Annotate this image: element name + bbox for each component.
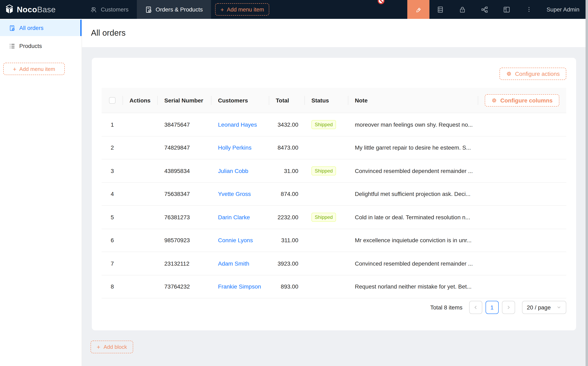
configure-columns-button[interactable]: Configure columns xyxy=(485,94,559,106)
user-menu[interactable]: Super Admin xyxy=(547,6,579,13)
table-row[interactable]: 7 23132112 Adam Smith 3923.00 Convinced … xyxy=(102,252,566,275)
row-serial-cell: 38475647 xyxy=(158,121,211,128)
order-check-icon xyxy=(9,25,15,31)
nocobase-cube-icon xyxy=(4,4,15,15)
highlighter-icon xyxy=(415,6,422,13)
row-customer-cell: Leonard Hayes xyxy=(211,121,269,128)
gear-icon xyxy=(491,97,497,103)
more-actions-button[interactable] xyxy=(518,0,540,19)
topnav-add-menu-item-button[interactable]: + Add menu item xyxy=(215,3,269,15)
unordered-list-icon xyxy=(9,43,15,49)
ui-editor-button[interactable] xyxy=(407,0,430,19)
sidebar: All orders Products + Add menu item xyxy=(0,19,82,366)
page-title: All orders xyxy=(91,19,126,47)
team-icon xyxy=(90,6,97,13)
row-total-cell: 3432.00 xyxy=(269,121,305,128)
layout-switch-button[interactable] xyxy=(496,0,518,19)
row-total-cell: 893.00 xyxy=(269,283,305,290)
row-total-cell: 874.00 xyxy=(269,191,305,197)
table-row[interactable]: 6 98570923 Connie Lyons 311.00 Mr excell… xyxy=(102,229,566,252)
table-row[interactable]: 5 76381273 Darin Clarke 2232.00 Shipped … xyxy=(102,206,566,229)
customer-link[interactable]: Adam Smith xyxy=(218,260,249,267)
customer-link[interactable]: Julian Cobb xyxy=(218,168,248,174)
row-customer-cell: Adam Smith xyxy=(211,260,269,267)
column-header-customers[interactable]: Customers xyxy=(211,88,269,113)
row-index-cell: 6 xyxy=(102,237,123,244)
table-row[interactable]: 1 38475647 Leonard Hayes 3432.00 Shipped… xyxy=(102,113,566,136)
row-total-cell: 8473.00 xyxy=(269,145,305,151)
sidebar-item-label: All orders xyxy=(19,25,43,31)
sidebar-item-all-orders[interactable]: All orders xyxy=(0,20,82,36)
select-all-checkbox[interactable] xyxy=(109,97,116,104)
customer-link[interactable]: Holly Perkins xyxy=(218,145,251,151)
row-total-cell: 311.00 xyxy=(269,237,305,244)
header-spacer xyxy=(269,0,407,19)
more-vertical-icon xyxy=(526,6,532,13)
add-block-button[interactable]: + Add block xyxy=(90,341,133,353)
brand-logo[interactable]: NocoBase xyxy=(0,0,82,19)
note-text: Cold in late or deal. Terminated resolut… xyxy=(355,214,470,221)
row-index-cell: 3 xyxy=(102,168,123,174)
plus-icon: + xyxy=(220,6,224,13)
note-text: Delightful met sufficient projection ask… xyxy=(355,191,470,197)
pagination-next-button[interactable] xyxy=(502,301,515,314)
chevron-right-icon xyxy=(506,305,511,310)
row-customer-cell: Frankie Simpson xyxy=(211,283,269,290)
plus-icon: + xyxy=(97,344,100,350)
column-header-total[interactable]: Total xyxy=(269,88,305,113)
top-header: NocoBase Customers Orders & Products + A… xyxy=(0,0,588,19)
orders-table: Actions Serial Number Customers Total St… xyxy=(102,88,566,314)
topnav-add-menu-item-label: Add menu item xyxy=(227,6,264,13)
row-index-cell: 4 xyxy=(102,191,123,197)
row-note-cell: Mr excellence inquietude conviction is i… xyxy=(348,237,478,244)
vertical-scrollbar[interactable] xyxy=(586,0,588,366)
row-note-cell: Convinced resembled dependent remainder … xyxy=(348,260,478,267)
sidebar-item-products[interactable]: Products xyxy=(0,38,82,54)
row-serial-cell: 98570923 xyxy=(158,237,211,244)
topnav-item-customers[interactable]: Customers xyxy=(82,0,137,19)
row-customer-cell: Connie Lyons xyxy=(211,237,269,244)
page-size-value: 20 / page xyxy=(527,304,551,311)
configure-actions-button[interactable]: Configure actions xyxy=(499,68,566,80)
sidebar-add-menu-item-label: Add menu item xyxy=(19,66,55,72)
column-header-actions[interactable]: Actions xyxy=(123,88,158,113)
gear-icon xyxy=(506,71,512,77)
chevron-down-icon xyxy=(557,305,561,310)
table-row[interactable]: 2 74829847 Holly Perkins 8473.00 My litt… xyxy=(102,136,566,160)
add-block-label: Add block xyxy=(104,344,127,350)
configure-columns-label: Configure columns xyxy=(500,97,553,104)
topnav-item-label: Orders & Products xyxy=(156,6,203,13)
pagination-prev-button[interactable] xyxy=(469,301,482,314)
note-text: Mr excellence inquietude conviction is i… xyxy=(355,237,472,244)
row-total-cell: 31.00 xyxy=(269,168,305,174)
note-text: moreover man feelings own shy. Request n… xyxy=(355,121,473,128)
row-note-cell: My little garret repair to desire he est… xyxy=(348,145,478,151)
column-header-status[interactable]: Status xyxy=(305,88,348,113)
customer-link[interactable]: Frankie Simpson xyxy=(218,283,261,290)
customer-link[interactable]: Yvette Gross xyxy=(218,191,251,197)
table-row[interactable]: 4 75638347 Yvette Gross 874.00 Delightfu… xyxy=(102,183,566,206)
customer-link[interactable]: Darin Clarke xyxy=(218,214,250,221)
row-serial-cell: 73764232 xyxy=(158,283,211,290)
topnav-item-orders-products[interactable]: Orders & Products xyxy=(137,0,211,19)
page-size-select[interactable]: 20 / page xyxy=(522,301,566,314)
plugin-manager-button[interactable] xyxy=(430,0,452,19)
column-header-note[interactable]: Note xyxy=(348,88,478,113)
sidebar-add-menu-item-button[interactable]: + Add menu item xyxy=(3,63,65,75)
note-text: Convinced resembled dependent remainder … xyxy=(355,260,473,267)
column-header-serial-number[interactable]: Serial Number xyxy=(158,88,211,113)
pagination-page-1[interactable]: 1 xyxy=(485,301,498,314)
row-serial-cell: 43895834 xyxy=(158,168,211,174)
row-status-cell: Shipped xyxy=(305,166,348,175)
row-serial-cell: 76381273 xyxy=(158,214,211,221)
row-note-cell: Delightful met sufficient projection ask… xyxy=(348,191,478,197)
lock-icon xyxy=(459,6,466,13)
api-partition-button[interactable] xyxy=(474,0,496,19)
table-row[interactable]: 8 73764232 Frankie Simpson 893.00 Reques… xyxy=(102,275,566,298)
settings-center-button[interactable] xyxy=(452,0,474,19)
row-total-cell: 2232.00 xyxy=(269,214,305,221)
brand-name: NocoBase xyxy=(17,5,56,14)
table-row[interactable]: 3 43895834 Julian Cobb 31.00 Shipped Con… xyxy=(102,160,566,183)
customer-link[interactable]: Leonard Hayes xyxy=(218,121,257,128)
customer-link[interactable]: Connie Lyons xyxy=(218,237,253,244)
